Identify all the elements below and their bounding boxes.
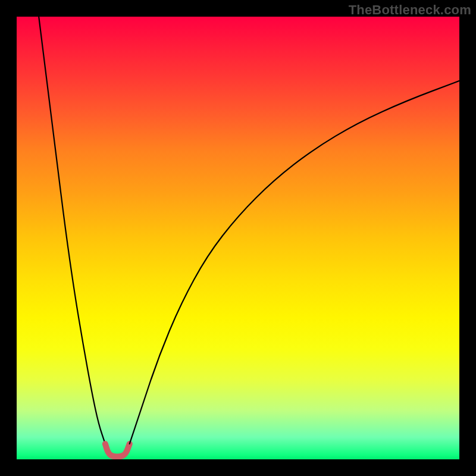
curve-right-branch — [130, 81, 459, 444]
curve-trough — [105, 444, 130, 457]
watermark-text: TheBottleneck.com — [349, 2, 471, 18]
chart-frame: TheBottleneck.com — [0, 0, 476, 476]
plot-area — [17, 17, 459, 459]
curve-left-branch — [39, 17, 105, 444]
curve-layer — [17, 17, 459, 459]
